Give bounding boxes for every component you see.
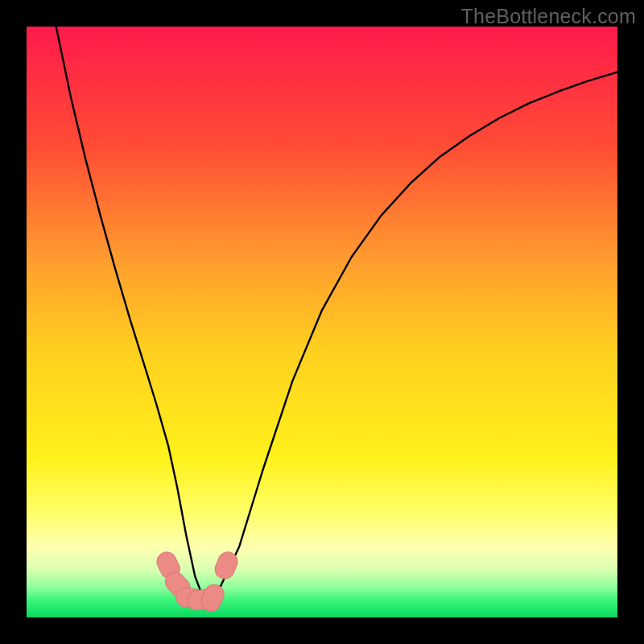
watermark-text: TheBottleneck.com (461, 5, 636, 28)
chart-svg (27, 27, 617, 617)
plot-area (27, 27, 617, 617)
gradient-background (27, 27, 617, 617)
chart-frame: TheBottleneck.com (0, 0, 644, 644)
